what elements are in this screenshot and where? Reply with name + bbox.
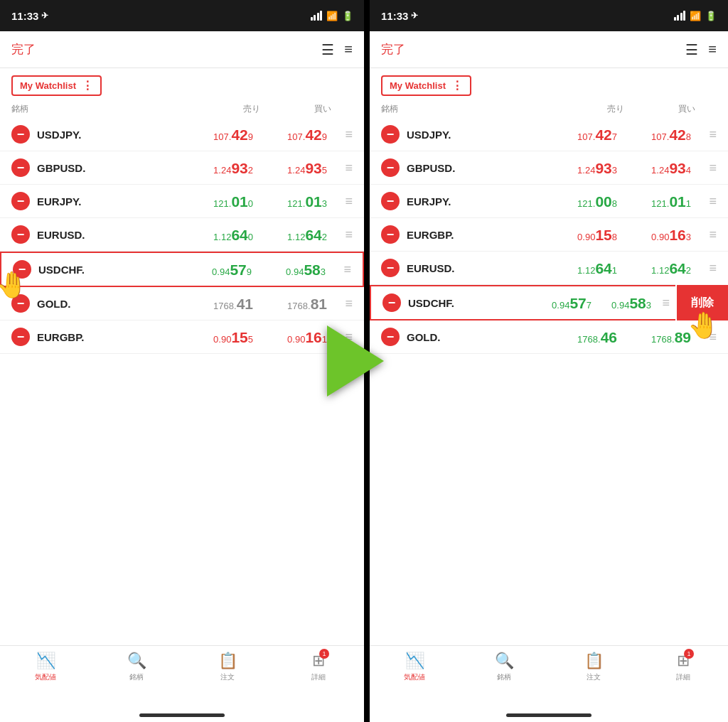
drag-handle-eurjpy-right[interactable]: ≡ (695, 194, 717, 209)
symbol-gold-right: GOLD. (407, 331, 539, 343)
minus-btn-gbpusd-left[interactable]: − (11, 158, 30, 177)
buy-price-eurusd-right: 1.12642 (620, 261, 691, 276)
minus-btn-eurjpy-left[interactable]: − (11, 192, 30, 210)
symbol-eurgbp-right: EURGBP. (407, 229, 539, 241)
drag-handle-usdchf-right[interactable]: ≡ (655, 296, 670, 311)
drag-handle-usdjpy-right[interactable]: ≡ (695, 127, 717, 142)
buy-price-usdchf-left: 0.94583 (255, 262, 326, 277)
badge-dot-left: 1 (319, 649, 329, 659)
drag-handle-gbpusd-left[interactable]: ≡ (331, 161, 353, 176)
minus-btn-usdchf-left[interactable]: − (13, 260, 31, 279)
row-eurusd-right[interactable]: − EURUSD. 1.12641 1.12642 ≡ (370, 252, 728, 285)
symbol-eurusd-right: EURUSD. (407, 262, 539, 274)
battery-icon-right: 🔋 (705, 11, 717, 21)
row-eurgbp-left[interactable]: − EURGBP. 0.90155 0.90161 ≡ (0, 320, 364, 354)
signal-icon-right (674, 11, 686, 21)
tab-orders-label-left: 注文 (220, 672, 235, 682)
row-usdjpy-left[interactable]: − USDJPY. 107.429 107.429 ≡ (0, 118, 364, 151)
row-gbpusd-right[interactable]: − GBPUSD. 1.24933 1.24934 ≡ (370, 151, 728, 185)
sell-price-usdchf-right: 0.94577 (513, 296, 592, 311)
drag-handle-usdchf-left[interactable]: ≡ (330, 262, 351, 277)
symbol-eurgbp-left: EURGBP. (37, 331, 175, 343)
tab-details-left[interactable]: ⊞ 1 詳細 (273, 652, 364, 682)
column-headers-right: 銘柄 売り 買い (370, 100, 728, 118)
col-sell-left: 売り (182, 103, 260, 115)
row-gold-left[interactable]: − GOLD. 1768.41 1768.81 ≡ (0, 287, 364, 320)
drag-handle-eurgbp-left[interactable]: ≡ (331, 330, 353, 345)
watchlist-dots-left[interactable]: ⋮ (82, 79, 93, 92)
nav-icons-left: ☰ ≡ (321, 41, 353, 58)
row-eurjpy-right[interactable]: − EURJPY. 121.008 121.011 ≡ (370, 185, 728, 218)
buy-price-usdjpy-left: 107.429 (256, 127, 327, 142)
row-eurgbp-right[interactable]: − EURGBP. 0.90158 0.90163 ≡ (370, 218, 728, 252)
minus-btn-usdjpy-left[interactable]: − (11, 125, 30, 144)
minus-btn-eurusd-right[interactable]: − (381, 259, 400, 277)
watchlist-badge-right[interactable]: My Watchlist ⋮ (381, 75, 471, 96)
minus-btn-eurjpy-right[interactable]: − (381, 192, 400, 210)
watchlist-badge-left[interactable]: My Watchlist ⋮ (11, 75, 102, 96)
drag-handle-eurusd-left[interactable]: ≡ (331, 227, 353, 242)
done-button-left[interactable]: 完了 (11, 41, 36, 58)
tab-symbols-right[interactable]: 🔍 銘柄 (459, 652, 549, 682)
minus-btn-gbpusd-right[interactable]: − (381, 158, 400, 177)
row-gbpusd-left[interactable]: − GBPUSD. 1.24932 1.24935 ≡ (0, 151, 364, 185)
row-usdchf-right[interactable]: − USDCHF. 0.94577 0.94583 ≡ 削除 🤚 (370, 285, 728, 320)
drag-handle-gold-left[interactable]: ≡ (331, 296, 353, 311)
sell-price-usdjpy-right: 107.427 (539, 127, 617, 142)
tab-orders-right[interactable]: 📋 注文 (549, 652, 638, 682)
drag-handle-eurgbp-right[interactable]: ≡ (695, 227, 717, 242)
done-button-right[interactable]: 完了 (381, 41, 405, 58)
minus-btn-gold-right[interactable]: − (381, 328, 400, 346)
symbol-usdjpy-right: USDJPY. (407, 129, 539, 141)
minus-btn-eurgbp-right[interactable]: − (381, 225, 400, 244)
hamburger-icon-right[interactable]: ☰ (685, 41, 698, 58)
drag-handle-eurjpy-left[interactable]: ≡ (331, 194, 353, 209)
col-sell-right: 売り (546, 103, 624, 115)
symbol-usdchf-left: USDCHF. (38, 264, 173, 276)
tab-details-right[interactable]: ⊞ 1 詳細 (638, 652, 728, 682)
drag-handle-gold-right[interactable]: ≡ (695, 330, 717, 345)
symbol-eurusd-left: EURUSD. (37, 229, 175, 241)
row-eurjpy-left[interactable]: − EURJPY. 121.010 121.013 ≡ (0, 185, 364, 218)
minus-btn-gold-left[interactable]: − (11, 294, 30, 313)
minus-btn-eurusd-left[interactable]: − (11, 225, 30, 244)
tab-quotes-icon-right: 📉 (405, 652, 424, 670)
row-usdchf-left[interactable]: − USDCHF. 0.94579 0.94583 ≡ 🤚 (0, 252, 364, 287)
symbol-usdchf-right: USDCHF. (408, 297, 513, 309)
buy-price-usdchf-right: 0.94583 (594, 296, 651, 311)
hamburger-icon-left[interactable]: ☰ (321, 41, 334, 58)
list-icon-left[interactable]: ≡ (344, 41, 353, 58)
tab-orders-left[interactable]: 📋 注文 (182, 652, 273, 682)
tab-quotes-left[interactable]: 📉 気配値 (0, 652, 91, 682)
delete-button-right[interactable]: 削除 (677, 285, 728, 320)
minus-btn-usdjpy-right[interactable]: − (381, 125, 400, 144)
minus-btn-eurgbp-left[interactable]: − (11, 328, 30, 346)
tab-symbols-icon-right: 🔍 (495, 652, 514, 670)
row-eurusd-left[interactable]: − EURUSD. 1.12640 1.12642 ≡ (0, 218, 364, 252)
row-usdjpy-right[interactable]: − USDJPY. 107.427 107.428 ≡ (370, 118, 728, 151)
watchlist-dots-right[interactable]: ⋮ (451, 79, 463, 92)
sell-price-eurjpy-right: 121.008 (539, 194, 617, 209)
sell-price-usdjpy-left: 107.429 (175, 127, 253, 142)
minus-btn-usdchf-right[interactable]: − (382, 293, 401, 312)
drag-handle-gbpusd-right[interactable]: ≡ (695, 161, 717, 176)
status-icons-right: 📶 🔋 (674, 11, 717, 21)
tab-details-badge-right: ⊞ 1 (677, 652, 690, 670)
buy-price-gbpusd-right: 1.24934 (620, 161, 691, 176)
tab-quotes-label-left: 気配値 (35, 672, 56, 682)
tab-bar-left: 📉 気配値 🔍 銘柄 📋 注文 ⊞ 1 詳細 (0, 645, 364, 708)
drag-handle-eurusd-right[interactable]: ≡ (695, 261, 717, 276)
status-time-right: 11:33 ✈ (381, 10, 418, 22)
symbol-usdjpy-left: USDJPY. (37, 129, 175, 141)
tab-quotes-right[interactable]: 📉 気配値 (370, 652, 459, 682)
drag-handle-usdjpy-left[interactable]: ≡ (331, 127, 353, 142)
row-gold-right[interactable]: − GOLD. 1768.46 1768.89 ≡ (370, 320, 728, 354)
sell-price-gold-left: 1768.41 (175, 296, 253, 311)
status-icons-left: 📶 🔋 (311, 11, 353, 21)
sell-price-gbpusd-right: 1.24933 (539, 161, 617, 176)
nav-bar-right: 完了 ☰ ≡ (370, 31, 728, 68)
tab-symbols-left[interactable]: 🔍 銘柄 (91, 652, 182, 682)
battery-icon-left: 🔋 (342, 11, 353, 21)
symbol-gold-left: GOLD. (37, 298, 175, 310)
list-icon-right[interactable]: ≡ (708, 41, 717, 58)
